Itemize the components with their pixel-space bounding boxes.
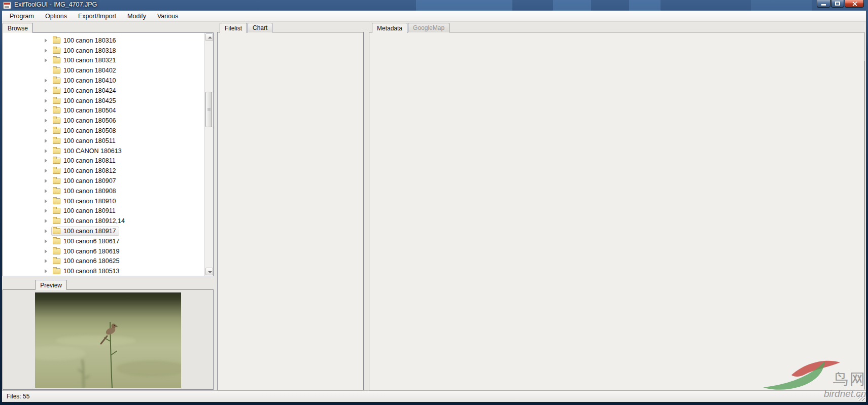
expand-arrow-icon[interactable] [44, 229, 49, 234]
folder-label: 100 canon 180511 [63, 137, 116, 144]
expand-arrow-icon[interactable] [44, 259, 49, 264]
expand-arrow-icon[interactable] [44, 78, 49, 83]
folder-icon [53, 118, 60, 124]
expand-arrow-icon[interactable] [44, 249, 49, 254]
tree-item-body: 100 canon 180911 [52, 207, 118, 215]
tab-filelist[interactable]: Filelist [220, 23, 247, 33]
tree-item-body: 100 canon 180318 [52, 47, 119, 55]
tree-item[interactable]: 100 canon 180508 [3, 126, 204, 136]
preview-image [35, 292, 181, 388]
folder-label: 100 canon 180402 [63, 67, 116, 74]
tab-preview-label: Preview [40, 282, 62, 289]
folder-tree-items: 100 canon 180316100 canon 180318100 cano… [3, 35, 204, 276]
maximize-button[interactable] [831, 0, 844, 8]
expand-arrow-icon[interactable] [44, 218, 49, 224]
expand-arrow-icon[interactable] [44, 168, 49, 173]
tree-item-body: 100 canon 180321 [52, 56, 119, 64]
tab-browse[interactable]: Browse [3, 23, 33, 33]
expand-arrow-icon[interactable] [44, 269, 49, 274]
expand-arrow-icon[interactable] [44, 138, 49, 143]
tree-item[interactable]: 100 canon 180504 [3, 106, 204, 116]
menu-item-modify[interactable]: Modify [122, 11, 152, 21]
tree-item[interactable]: 100 canon 180424 [3, 86, 204, 96]
expand-arrow-icon[interactable] [44, 128, 49, 133]
expand-arrow-icon[interactable] [44, 58, 49, 63]
close-button[interactable] [845, 0, 864, 8]
tree-item[interactable]: 100 canon6 180619 [3, 246, 204, 256]
tree-item[interactable]: 100 canon 180811 [3, 156, 204, 166]
folder-label: 100 canon 180318 [63, 47, 116, 54]
folder-icon [53, 248, 60, 254]
folder-label: 100 canon6 180625 [63, 257, 120, 265]
tab-googlemap[interactable]: GoogleMap [408, 23, 449, 32]
expand-arrow-icon[interactable] [44, 158, 49, 163]
window-title: ExifToolGUI - IMG_4707.JPG [14, 1, 97, 8]
menu-item-options[interactable]: Options [40, 11, 73, 21]
tree-item[interactable]: 100 canon 180321 [3, 56, 204, 66]
tree-item[interactable]: 100 canon 180907 [3, 176, 204, 186]
scroll-up-icon[interactable] [205, 33, 213, 41]
tree-item[interactable]: 100 canon 180425 [3, 96, 204, 106]
expand-arrow-icon[interactable] [44, 98, 49, 103]
expand-arrow-icon[interactable] [44, 178, 49, 183]
folder-label: 100 canon 180811 [63, 157, 116, 164]
expand-arrow-icon[interactable] [44, 199, 49, 204]
tree-item[interactable]: 100 canon 180910 [3, 196, 204, 206]
tree-item[interactable]: 100 canon8 180513 [3, 266, 204, 276]
tree-item[interactable]: 100 canon 180410 [3, 76, 204, 86]
expand-arrow-icon[interactable] [44, 239, 49, 244]
folder-icon [53, 57, 60, 63]
minimize-button[interactable] [817, 0, 830, 8]
expand-arrow-icon[interactable] [44, 108, 49, 113]
resize-grip-icon[interactable] [858, 394, 865, 401]
tree-item[interactable]: 100 CANON 180613 [3, 146, 204, 156]
tree-item[interactable]: 100 canon 180917 [3, 226, 204, 236]
menu-item-program[interactable]: Program [4, 11, 40, 21]
tab-metadata[interactable]: Metadata [372, 23, 407, 33]
tree-item[interactable]: 100 canon 180511 [3, 136, 204, 146]
folder-label: 100 canon 180410 [63, 77, 116, 84]
tree-scrollbar-thumb[interactable] [205, 92, 212, 127]
folder-tree: 100 canon 180316100 canon 180318100 cano… [3, 32, 214, 276]
tree-scrollbar[interactable] [204, 33, 213, 276]
tree-item[interactable]: 100 canon 180912,14 [3, 216, 204, 226]
tree-item[interactable]: 100 canon 180402 [3, 65, 204, 76]
tree-item-body: 100 canon 180316 [52, 36, 119, 45]
tree-item[interactable]: 100 canon 180318 [3, 46, 204, 56]
tree-item[interactable]: 100 canon 180812 [3, 166, 204, 176]
tree-item[interactable]: 100 canon 180506 [3, 116, 204, 126]
titlebar[interactable]: ExifToolGUI - IMG_4707.JPG [0, 0, 868, 11]
tree-item[interactable]: 100 canon6 180617 [3, 236, 204, 246]
menu-item-export-import[interactable]: Export/Import [73, 11, 122, 21]
folder-label: 100 canon 180424 [63, 87, 116, 94]
folder-icon [53, 148, 60, 154]
expand-arrow-icon[interactable] [44, 88, 49, 93]
scroll-down-icon[interactable] [205, 268, 213, 275]
folder-icon [53, 78, 60, 84]
folder-icon [53, 268, 60, 274]
tree-item[interactable]: 100 canon 180316 [3, 35, 204, 46]
maximize-icon [835, 2, 840, 6]
tree-item-body: 100 canon 180402 [52, 66, 119, 75]
folder-icon [53, 228, 60, 234]
filelist-tabs: FilelistChart [220, 23, 273, 33]
tree-item[interactable]: 100 canon 180911 [3, 206, 204, 216]
tree-item[interactable]: 100 canon 180908 [3, 186, 204, 196]
expand-arrow-icon[interactable] [44, 48, 49, 53]
folder-icon [53, 67, 60, 73]
menu-item-various[interactable]: Various [152, 11, 184, 21]
expand-arrow-icon[interactable] [44, 189, 49, 194]
expand-arrow-icon[interactable] [44, 208, 49, 213]
expand-arrow-icon[interactable] [44, 118, 49, 123]
app-icon [3, 2, 11, 9]
folder-label: 100 canon 180912,14 [63, 217, 125, 225]
tab-preview[interactable]: Preview [35, 280, 67, 290]
expand-arrow-icon[interactable] [44, 149, 49, 154]
folder-label: 100 canon 180425 [63, 97, 116, 104]
folder-icon [53, 158, 60, 164]
tree-item[interactable]: 100 canon6 180625 [3, 256, 204, 267]
expand-arrow-icon[interactable] [44, 38, 49, 43]
titlebar-reflection [416, 0, 512, 11]
tab-chart[interactable]: Chart [248, 23, 272, 32]
metadata-tabs: MetadataGoogleMap [372, 23, 450, 33]
